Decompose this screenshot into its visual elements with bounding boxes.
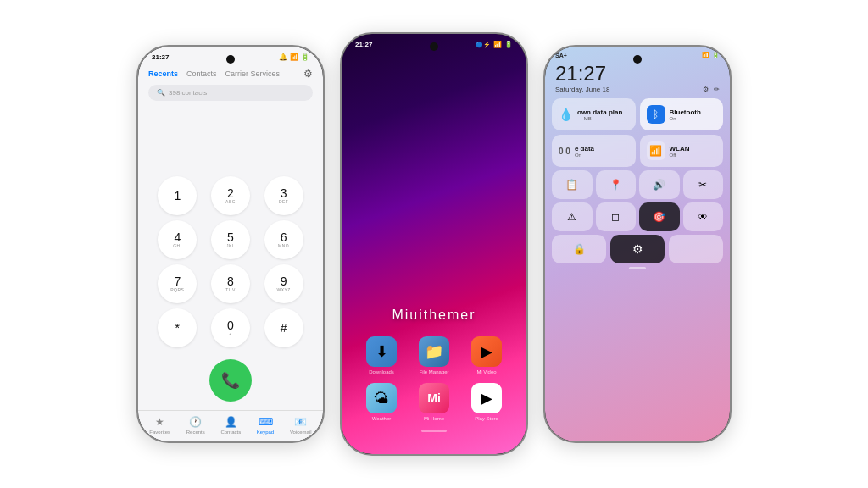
cc-btn-copy[interactable]: 📋 [552,170,593,199]
bt-status-icon: 🔵⚡ [476,42,491,48]
num-2[interactable]: 2ABC [211,176,250,215]
num-9[interactable]: 9WXYZ [264,264,303,303]
app-filemanager[interactable]: 📁 File Manager [412,336,456,374]
battery-3-icon: 🔋 [712,52,720,58]
home-content: Miuithemer ⬇ Downloads 📁 File Manager ▶ … [342,52,526,454]
cc-btn-sound[interactable]: 🔊 [639,170,680,199]
app-playstore-label: Play Store [475,416,498,421]
status-icons-2: 🔵⚡ 📶 🔋 [476,41,513,48]
num-star[interactable]: * [158,308,197,347]
app-mihome-label: Mi Home [424,416,444,421]
app-downloads-label: Downloads [369,369,394,374]
app-weather[interactable]: 🌤 Weather [359,383,403,421]
contacts-area [138,108,323,169]
num-4[interactable]: 4GHI [158,220,197,259]
nav-voicemail[interactable]: 📧 Voicemail [290,416,312,435]
cc-btn-screen[interactable]: ◻ [596,202,637,231]
dialer-screen: 21:27 🔔 📶 🔋 Recents Contacts Carrier Ser… [138,47,323,441]
phone-home: 21:27 🔵⚡ 📶 🔋 Miuithemer ⬇ Downloads [340,32,528,456]
voicemail-icon: 📧 [294,416,307,428]
dialer-tabs: Recents Contacts Carrier Services [148,69,280,78]
num-7[interactable]: 7PQRS [158,264,197,303]
app-downloads[interactable]: ⬇ Downloads [359,336,403,374]
weather-icon: 🌤 [366,383,397,413]
cc-btn-target[interactable]: 🎯 [639,202,680,231]
search-icon: 🔍 [157,89,165,97]
cc-time: 21:27 [545,60,730,86]
cc-tile-dataplan-text: own data plan — MB [577,108,622,121]
num-5[interactable]: 5JKL [211,220,250,259]
home-screen: 21:27 🔵⚡ 📶 🔋 Miuithemer ⬇ Downloads [342,34,526,454]
nav-keypad[interactable]: ⌨ Keypad [257,416,274,435]
num-hash[interactable]: # [264,308,303,347]
app-mivideo[interactable]: ▶ Mi Video [465,336,509,374]
punch-hole-3 [633,55,642,64]
nav-recents-label: Recents [186,430,205,435]
wlan-icon: 📶 [647,141,665,160]
nav-favorites[interactable]: ★ Favorites [149,416,170,435]
keypad-icon: ⌨ [259,416,273,428]
num-8[interactable]: 8TUV [211,264,250,303]
call-btn-row: 📞 [138,354,323,410]
cc-tiles-grid: 💧 own data plan — MB ᛒ Bluetooth On [545,98,730,167]
mivideo-icon: ▶ [471,336,502,367]
nav-voicemail-label: Voicemail [290,430,312,435]
edit-cc-icon[interactable]: ✏ [714,86,720,93]
cc-btn-settings[interactable]: ⚙ [610,235,665,263]
app-playstore[interactable]: ▶ Play Store [465,383,509,421]
gear-cc-icon[interactable]: ⚙ [703,86,709,93]
person-icon: 👤 [225,416,237,428]
cc-btn-lock[interactable]: 🔒 [552,235,606,263]
wlan-sub: Off [670,152,690,158]
tab-carrier[interactable]: Carrier Services [225,69,281,78]
app-mihome[interactable]: Mi Mi Home [412,383,456,421]
mihome-icon: Mi [419,383,449,413]
cc-btn-location[interactable]: 📍 [596,170,637,199]
data-sub: On [575,152,594,158]
nav-recents[interactable]: 🕐 Recents [186,416,205,435]
cc-tile-wlan[interactable]: 📶 WLAN Off [640,135,724,167]
num-1[interactable]: 1 [158,176,197,215]
num-0[interactable]: 0+ [211,308,250,347]
cc-btn-warning[interactable]: ⚠ [552,202,593,231]
cc-tile-bt-text: Bluetooth On [670,108,701,121]
cc-date-text: Saturday, June 18 [555,86,609,93]
data-label: e data [575,145,594,152]
time-1: 21:27 [152,53,169,61]
num-6[interactable]: 6MNO [264,220,303,259]
dialer-header: Recents Contacts Carrier Services ⚙ [138,64,323,85]
cc-tile-bluetooth[interactable]: ᛒ Bluetooth On [640,98,724,130]
nav-contacts[interactable]: 👤 Contacts [220,416,241,435]
dataplan-label: own data plan [577,108,622,116]
cc-home-indicator [629,267,646,269]
cc-tile-wlan-text: WLAN Off [670,145,690,158]
playstore-icon: ▶ [471,383,502,413]
search-placeholder: 398 contacts [169,89,207,97]
cc-tile-dataplan[interactable]: 💧 own data plan — MB [552,98,636,130]
cc-btn-eye[interactable]: 👁 [683,202,724,231]
status-icons-1: 🔔 📶 🔋 [279,53,309,61]
time-2: 21:27 [355,41,372,48]
nav-contacts-label: Contacts [220,430,241,435]
tab-recents[interactable]: Recents [148,69,178,78]
data-tile-icon: 0 0 [559,147,570,156]
home-indicator [421,430,447,432]
control-screen: SA+ 📶 🔋 21:27 Saturday, June 18 ⚙ ✏ 💧 [545,47,730,441]
search-bar[interactable]: 🔍 398 contacts [148,85,313,101]
tab-contacts[interactable]: Contacts [186,69,217,78]
files-icon: 📁 [419,336,449,367]
battery-2-icon: 🔋 [504,41,513,48]
carrier-3: SA+ [555,53,567,58]
app-mivideo-label: Mi Video [476,369,496,374]
cc-btn-extra[interactable] [669,235,723,263]
cc-tile-data[interactable]: 0 0 e data On [552,135,636,167]
app-weather-label: Weather [372,416,392,421]
nav-keypad-label: Keypad [257,430,274,435]
cc-btn-scissors[interactable]: ✂ [683,170,724,199]
settings-icon[interactable]: ⚙ [303,68,313,80]
num-3[interactable]: 3DEF [264,176,303,215]
punch-hole-2 [430,42,438,51]
call-button[interactable]: 📞 [209,359,252,402]
cc-tile-data-text: e data On [575,145,594,158]
home-title: Miuithemer [392,308,476,323]
